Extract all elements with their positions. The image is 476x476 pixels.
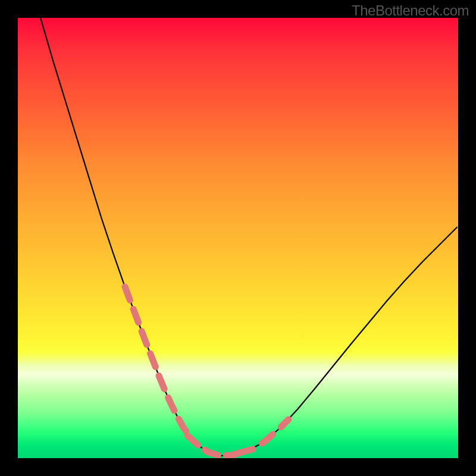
watermark-label: TheBottleneck.com bbox=[352, 2, 469, 19]
dash-overlay-left bbox=[125, 287, 190, 437]
dash-overlay-bottom bbox=[187, 436, 244, 456]
plot-area bbox=[18, 18, 458, 458]
frame: TheBottleneck.com bbox=[0, 0, 476, 476]
chart-svg bbox=[18, 18, 458, 458]
bottleneck-curve bbox=[40, 18, 457, 456]
dash-overlay-right bbox=[239, 419, 289, 453]
